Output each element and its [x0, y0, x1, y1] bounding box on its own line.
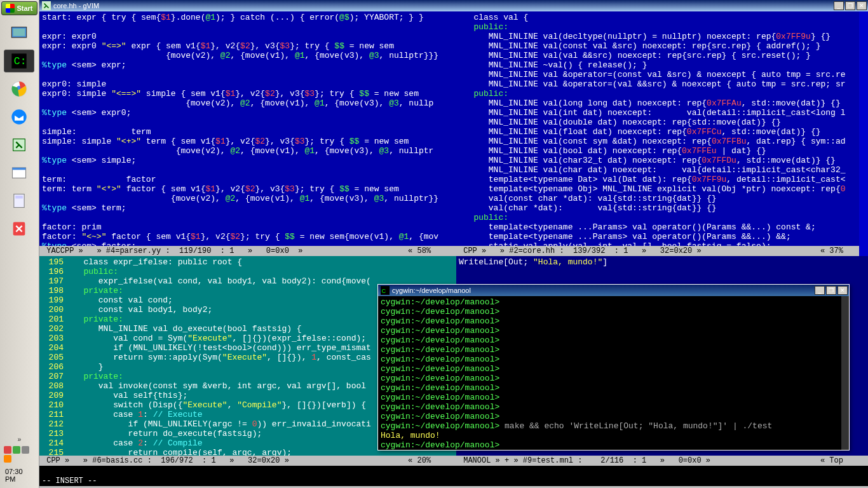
scrollbar[interactable]: [859, 11, 868, 246]
window-title: core.hh - gVIM: [53, 2, 99, 10]
terminal-titlebar[interactable]: C cygwin:~/develop/manool _ ❐ ✕: [378, 285, 849, 296]
svg-rect-1: [13, 29, 25, 36]
svg-rect-9: [13, 168, 26, 170]
svg-text:C:: C:: [14, 55, 27, 67]
status-bar: CPP » » #6=basis.cc : 196/972 : 1 » 32=0…: [39, 456, 456, 466]
vim-command-line[interactable]: -- INSERT --: [39, 476, 868, 486]
tray-expand-icon[interactable]: »: [17, 437, 21, 444]
terminal-window: C cygwin:~/develop/manool _ ❐ ✕ cygwin:~…: [377, 284, 850, 451]
pane-cpp-core: class val { public: MNL_INLINE val(declt…: [456, 11, 868, 256]
status-bar: YACCPP » » #4=parser.yy : 119/190 : 1 » …: [39, 246, 456, 256]
terminal-title: cygwin:~/develop/manool: [392, 287, 471, 294]
terminal-scrollbar[interactable]: [841, 296, 849, 450]
taskbar: Start C: » 07:30 PM: [0, 0, 39, 488]
svg-point-6: [11, 109, 26, 124]
svg-text:C: C: [382, 288, 386, 294]
code-area[interactable]: class val { public: MNL_INLINE val(declt…: [456, 11, 868, 246]
app-icon: [42, 1, 51, 10]
chrome-icon[interactable]: [4, 78, 34, 100]
status-bar: CPP » » #2=core.hh : 139/392 : 1 » 32=0x…: [456, 246, 868, 256]
thunderbird-icon[interactable]: [4, 105, 34, 128]
terminal-body[interactable]: cygwin:~/develop/manool> cygwin:~/develo…: [378, 296, 849, 450]
explorer-icon[interactable]: [4, 161, 34, 184]
calculator-icon[interactable]: [4, 189, 34, 212]
pane-yaccpp: start: expr { try { sem{$1}.done(@1); } …: [39, 11, 456, 256]
status-bar: MANOOL » + » #9=test.mnl : 2/116 : 1 » 0…: [456, 456, 868, 466]
code-area[interactable]: start: expr { try { sem{$1}.done(@1); } …: [39, 11, 456, 246]
titlebar[interactable]: core.hh - gVIM _ ❐ ✕: [39, 0, 868, 11]
svg-rect-11: [15, 196, 23, 199]
close-button[interactable]: ✕: [857, 1, 867, 10]
terminal-close-button[interactable]: ✕: [837, 286, 848, 295]
terminal-minimize-button[interactable]: _: [815, 286, 825, 295]
system-tray: » 07:30 PM: [0, 434, 39, 488]
tray-icon[interactable]: [22, 446, 29, 454]
start-button[interactable]: Start: [1, 1, 37, 15]
minimize-button[interactable]: _: [834, 1, 844, 10]
tray-icon[interactable]: [4, 455, 11, 463]
terminal-app-icon: C: [381, 286, 390, 295]
pdf-icon[interactable]: [4, 217, 34, 240]
gvim-icon[interactable]: [4, 133, 34, 156]
taskbar-icons: C:: [0, 17, 39, 245]
terminal-maximize-button[interactable]: ❐: [826, 286, 836, 295]
tray-icon[interactable]: [13, 446, 20, 454]
terminal-icon[interactable]: C:: [4, 50, 34, 72]
clock[interactable]: 07:30 PM: [3, 465, 36, 485]
maximize-button[interactable]: ❐: [845, 1, 855, 10]
tray-icon[interactable]: [4, 446, 11, 454]
desktop-icon[interactable]: [4, 22, 34, 44]
